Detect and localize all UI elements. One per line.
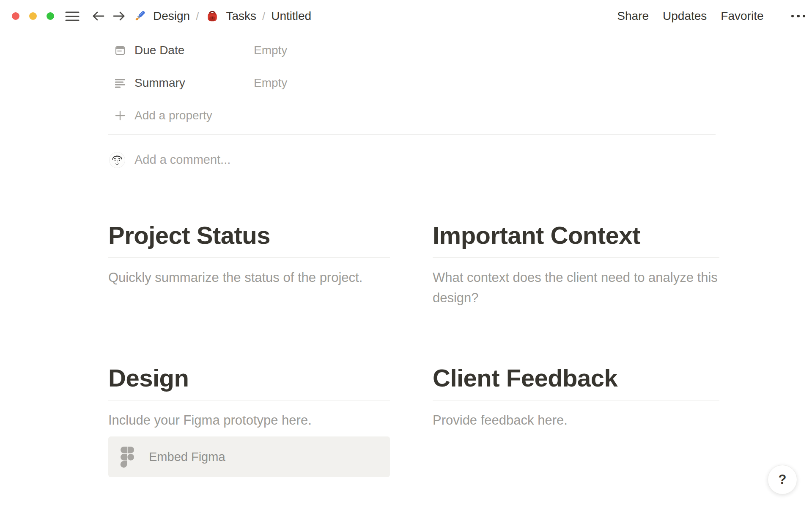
section-design: Design Include your Figma prototype here… — [108, 363, 390, 477]
breadcrumb-item-design[interactable]: Design — [132, 8, 190, 24]
avatar — [110, 152, 125, 168]
zoom-window-button[interactable] — [47, 12, 54, 20]
align-left-icon — [115, 77, 126, 88]
back-arrow-icon[interactable] — [92, 11, 105, 22]
plus-icon — [115, 110, 126, 121]
breadcrumb-separator: / — [196, 10, 199, 23]
traffic-lights — [12, 12, 54, 20]
divider — [108, 400, 390, 400]
share-button[interactable]: Share — [617, 9, 649, 23]
breadcrumb-label: Untitled — [271, 9, 311, 23]
minimize-window-button[interactable] — [29, 12, 37, 20]
hamburger-icon[interactable] — [65, 11, 80, 22]
content-row-1: Project Status Quickly summarize the sta… — [108, 220, 719, 308]
page-properties: Due Date Empty Summary Empty Add a prope… — [108, 34, 716, 132]
calendar-icon — [115, 45, 126, 56]
add-comment-input[interactable]: Add a comment... — [134, 153, 716, 167]
embed-figma-button[interactable]: Embed Figma — [108, 436, 390, 477]
section-project-status: Project Status Quickly summarize the sta… — [108, 220, 390, 308]
section-client-feedback: Client Feedback Provide feedback here. — [433, 363, 719, 477]
favorite-button[interactable]: Favorite — [721, 9, 763, 23]
more-options-icon[interactable] — [790, 12, 807, 20]
question-icon: ? — [779, 472, 787, 487]
help-button[interactable]: ? — [768, 465, 797, 494]
section-title[interactable]: Project Status — [108, 220, 390, 251]
divider — [433, 400, 719, 400]
divider — [108, 181, 716, 181]
section-title[interactable]: Client Feedback — [433, 363, 719, 393]
section-body-text[interactable]: Include your Figma prototype here. — [108, 410, 390, 431]
breadcrumb-label: Design — [153, 9, 190, 23]
property-label: Due Date — [134, 44, 254, 57]
property-row-due-date[interactable]: Due Date Empty — [108, 34, 716, 66]
breadcrumb-item-untitled[interactable]: Untitled — [271, 9, 311, 23]
section-body-text[interactable]: Provide feedback here. — [433, 410, 719, 431]
breadcrumb-item-tasks[interactable]: Tasks — [205, 8, 256, 24]
topbar-actions: Share Updates Favorite — [617, 9, 806, 23]
backpack-emoji-icon — [205, 8, 220, 24]
breadcrumb-label: Tasks — [226, 9, 256, 23]
section-title[interactable]: Important Context — [433, 220, 719, 251]
content-row-2: Design Include your Figma prototype here… — [108, 363, 719, 477]
divider — [108, 134, 716, 135]
add-property-label: Add a property — [134, 109, 212, 122]
figma-icon — [120, 446, 134, 468]
property-value[interactable]: Empty — [254, 44, 287, 57]
property-value[interactable]: Empty — [254, 76, 287, 90]
updates-button[interactable]: Updates — [663, 9, 707, 23]
window-titlebar: Design / Tasks / Untitled Share Update — [0, 0, 812, 32]
breadcrumb: Design / Tasks / Untitled — [132, 8, 311, 24]
add-property-button[interactable]: Add a property — [108, 99, 716, 132]
breadcrumb-separator: / — [262, 10, 265, 23]
section-title[interactable]: Design — [108, 363, 390, 393]
section-body-text[interactable]: What context does the client need to ana… — [433, 268, 719, 308]
section-body-text[interactable]: Quickly summarize the status of the proj… — [108, 268, 390, 288]
close-window-button[interactable] — [12, 12, 19, 20]
paintbrush-emoji-icon — [132, 8, 147, 24]
property-row-summary[interactable]: Summary Empty — [108, 66, 716, 99]
forward-arrow-icon[interactable] — [112, 11, 126, 22]
divider — [433, 257, 719, 258]
comment-row: Add a comment... — [108, 144, 716, 176]
property-label: Summary — [134, 76, 254, 90]
divider — [108, 257, 390, 258]
embed-figma-label: Embed Figma — [149, 450, 225, 464]
section-important-context: Important Context What context does the … — [433, 220, 719, 308]
